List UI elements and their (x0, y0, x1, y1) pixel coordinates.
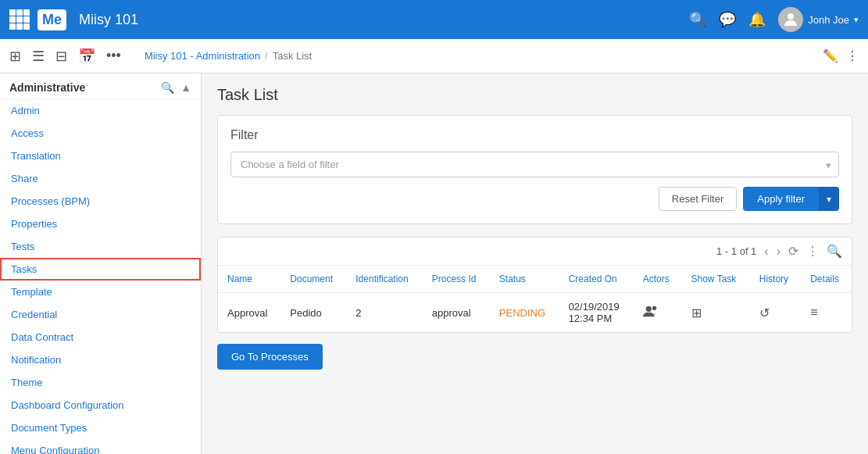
tasks-table: Name Document Identification Process Id … (218, 266, 852, 332)
col-document: Document (280, 266, 346, 293)
username: Jonh Joe (808, 14, 849, 26)
cell-identification: 2 (346, 293, 422, 333)
col-name: Name (218, 266, 280, 293)
svg-point-1 (645, 306, 651, 312)
toolbar-right: ✏️ ⋮ (823, 48, 859, 63)
filter-box: Filter Choose a field of filter ▾ Reset … (217, 115, 852, 224)
table-toolbar: 1 - 1 of 1 ‹ › ⟳ ⋮ 🔍 (218, 238, 852, 266)
main-layout: Administrative 🔍 ▲ Admin Access Translat… (0, 73, 868, 454)
logo-text: Me (42, 12, 62, 28)
toolbar: ⊞ ☰ ⊟ 📅 ••• Miisy 101 - Administration /… (0, 39, 868, 73)
calendar-icon[interactable]: 📅 (78, 48, 95, 65)
sidebar-item-translation[interactable]: Translation (0, 145, 201, 167)
toolbar-icons: ⊞ ☰ ⊟ 📅 ••• Miisy 101 - Administration /… (9, 48, 815, 65)
table-row: Approval Pedido 2 approval PENDING 02/19… (218, 293, 852, 333)
user-dropdown-arrow: ▾ (854, 15, 859, 25)
sidebar-item-template[interactable]: Template (0, 281, 201, 303)
sidebar-item-share[interactable]: Share (0, 167, 201, 190)
navbar-right: 🔍 💬 🔔 Jonh Joe ▾ (689, 7, 859, 32)
table-search-icon[interactable]: 🔍 (827, 244, 842, 259)
cell-status: PENDING (490, 293, 559, 333)
apply-filter-button[interactable]: Apply filter (743, 187, 819, 211)
search-icon[interactable]: 🔍 (689, 11, 706, 28)
reset-filter-button[interactable]: Reset Filter (659, 187, 737, 211)
navbar-logo[interactable]: Me (38, 9, 66, 30)
col-status: Status (490, 266, 559, 293)
col-created-on: Created On (559, 266, 634, 293)
list-icon[interactable]: ☰ (32, 48, 45, 65)
chat-icon[interactable]: 💬 (719, 11, 736, 28)
sidebar-nav: Admin Access Translation Share Processes… (0, 99, 201, 454)
sidebar-item-tasks[interactable]: Tasks (0, 258, 201, 281)
avatar (778, 7, 803, 32)
sidebar-item-data-contract[interactable]: Data Contract (0, 326, 201, 349)
breadcrumb: Miisy 101 - Administration / Task List (145, 50, 815, 62)
pagination-next-icon[interactable]: › (777, 245, 780, 259)
more-icon[interactable]: ••• (106, 48, 121, 64)
footer-section: Go To Processes (217, 333, 852, 373)
col-show-task: Show Task (682, 266, 750, 293)
user-menu[interactable]: Jonh Joe ▾ (778, 7, 859, 32)
col-history: History (750, 266, 801, 293)
sidebar-item-processes-bpm[interactable]: Processes (BPM) (0, 190, 201, 213)
sidebar-item-dashboard-configuration[interactable]: Dashboard Configuration (0, 394, 201, 416)
cell-actors (634, 293, 682, 333)
sidebar-item-access[interactable]: Access (0, 122, 201, 145)
sidebar-search-icon[interactable]: 🔍 (161, 81, 174, 94)
sidebar-item-notification[interactable]: Notification (0, 349, 201, 371)
dashboard-icon[interactable]: ⊞ (9, 48, 21, 65)
sidebar-item-admin[interactable]: Admin (0, 99, 201, 122)
breadcrumb-current: Task List (273, 50, 313, 62)
breadcrumb-separator: / (265, 50, 268, 62)
sidebar-title: Administrative (9, 81, 85, 94)
more-options-icon[interactable]: ⋮ (846, 48, 859, 63)
cell-show-task: ⊞ (682, 293, 750, 333)
sidebar-item-properties[interactable]: Properties (0, 213, 201, 235)
columns-icon[interactable]: ⊟ (55, 48, 67, 65)
col-identification: Identification (346, 266, 422, 293)
svg-point-2 (652, 306, 655, 310)
bell-icon[interactable]: 🔔 (748, 11, 766, 28)
sidebar-item-menu-configuration[interactable]: Menu Configuration (0, 439, 201, 454)
filter-field-select[interactable]: Choose a field of filter (230, 152, 839, 177)
navbar: Me Miisy 101 🔍 💬 🔔 Jonh Joe ▾ (0, 0, 868, 39)
apply-filter-dropdown-button[interactable]: ▾ (819, 187, 839, 211)
sidebar: Administrative 🔍 ▲ Admin Access Translat… (0, 73, 202, 454)
show-task-icon[interactable]: ⊞ (691, 306, 702, 320)
sidebar-collapse-icon[interactable]: ▲ (180, 81, 191, 94)
navbar-left: Me Miisy 101 (9, 9, 689, 30)
refresh-icon[interactable]: ⟳ (788, 244, 798, 259)
sidebar-item-credential[interactable]: Credential (0, 303, 201, 326)
cell-details: ≡ (801, 293, 852, 333)
filter-select-wrapper: Choose a field of filter ▾ (230, 152, 839, 177)
edit-icon[interactable]: ✏️ (823, 48, 838, 63)
history-icon[interactable]: ↺ (759, 306, 770, 320)
pagination-prev-icon[interactable]: ‹ (764, 245, 768, 259)
cell-history: ↺ (750, 293, 801, 333)
cell-created-on: 02/19/201912:34 PM (559, 293, 634, 333)
details-icon[interactable]: ≡ (810, 306, 817, 319)
grid-menu-icon[interactable] (9, 9, 30, 30)
table-header-row: Name Document Identification Process Id … (218, 266, 852, 293)
cell-document: Pedido (280, 293, 346, 333)
filter-title: Filter (230, 128, 839, 142)
actors-icon[interactable] (643, 306, 659, 320)
col-actors: Actors (634, 266, 682, 293)
filter-actions: Reset Filter Apply filter ▾ (230, 187, 839, 211)
col-details: Details (801, 266, 852, 293)
cell-name: Approval (218, 293, 280, 333)
col-process-id: Process Id (423, 266, 490, 293)
sidebar-item-tests[interactable]: Tests (0, 235, 201, 258)
svg-point-0 (788, 13, 794, 20)
app-name: Miisy 101 (79, 12, 138, 28)
sidebar-header-icons: 🔍 ▲ (161, 81, 191, 94)
breadcrumb-root[interactable]: Miisy 101 - Administration (145, 50, 260, 62)
go-to-processes-button[interactable]: Go To Processes (217, 344, 323, 370)
pagination-text: 1 - 1 of 1 (716, 245, 756, 257)
table-options-icon[interactable]: ⋮ (806, 244, 819, 259)
sidebar-item-theme[interactable]: Theme (0, 371, 201, 394)
sidebar-item-document-types[interactable]: Document Types (0, 416, 201, 439)
table-section: 1 - 1 of 1 ‹ › ⟳ ⋮ 🔍 Name Document Ident… (217, 237, 852, 333)
content-area: Task List Filter Choose a field of filte… (202, 73, 868, 454)
sidebar-header: Administrative 🔍 ▲ (0, 73, 201, 99)
